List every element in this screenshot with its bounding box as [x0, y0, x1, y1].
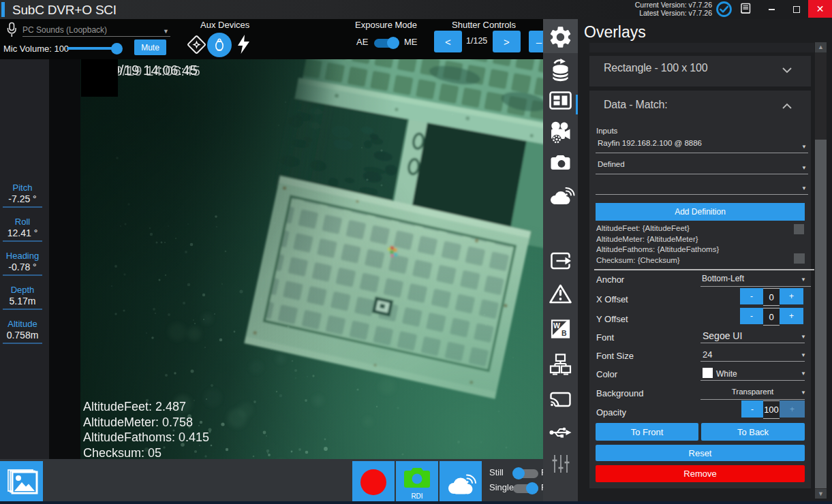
- svg-text:AltitudeFathoms: 0.415: AltitudeFathoms: 0.415: [83, 430, 209, 444]
- svg-text:W: W: [553, 321, 560, 330]
- svg-text:AltitudeFeet: 2.487: AltitudeFeet: 2.487: [83, 400, 186, 413]
- svg-text:Checksum: 05: Checksum: 05: [83, 446, 161, 459]
- svg-text:B: B: [561, 329, 567, 337]
- svg-text:AltitudeMeter: 0.758: AltitudeMeter: 0.758: [83, 415, 193, 429]
- svg-text:09/19 14:06:45: 09/19 14:06:45: [107, 63, 200, 78]
